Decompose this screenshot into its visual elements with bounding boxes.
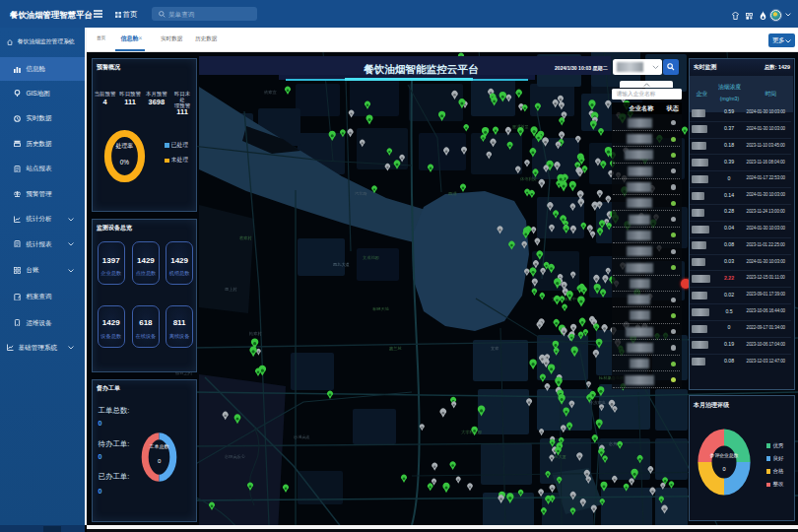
- svg-text:休伯利安: 休伯利安: [520, 176, 537, 181]
- svg-text:文成花园: 文成花园: [363, 255, 379, 260]
- svg-text:依家宜: 依家宜: [264, 90, 277, 95]
- svg-text:西湖: 西湖: [448, 191, 456, 196]
- svg-text:冷冻家电: 冷冻家电: [589, 400, 607, 405]
- svg-text:宜家: 宜家: [491, 346, 499, 351]
- svg-text:汽北路: 汽北路: [355, 191, 367, 196]
- svg-text:西九大道: 西九大道: [333, 262, 350, 267]
- svg-text:沙港高速: 沙港高速: [294, 434, 310, 439]
- svg-text:春晓天地: 春晓天地: [372, 306, 390, 311]
- svg-text:惠兰苑: 惠兰苑: [388, 346, 402, 351]
- svg-text:富阳高乐心: 富阳高乐心: [225, 454, 246, 459]
